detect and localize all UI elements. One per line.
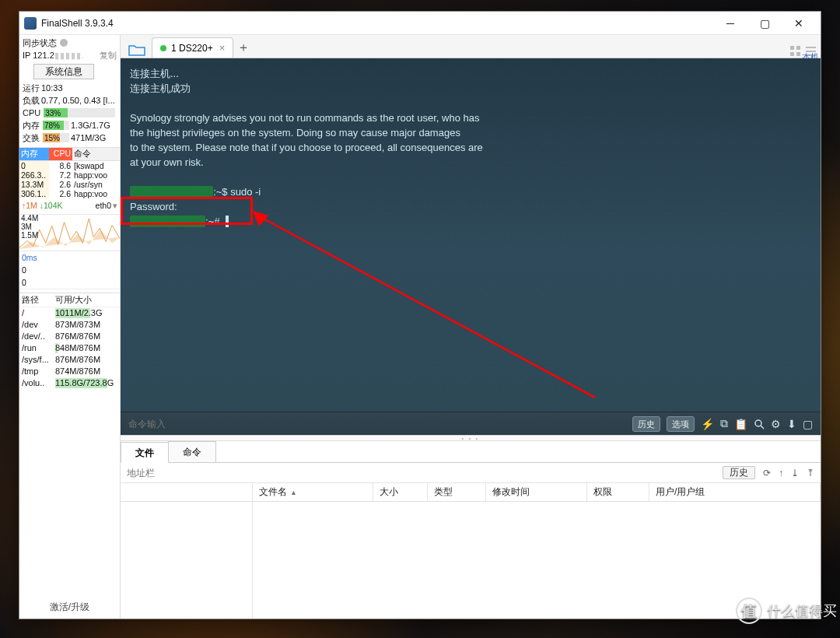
tab-session-1[interactable]: 1 DS220+ × [152, 37, 233, 58]
add-tab-button[interactable]: ＋ [233, 37, 254, 58]
swap-bar: 15% [43, 133, 69, 142]
up-dir-icon[interactable]: ↑ [779, 468, 783, 478]
sync-status: 同步状态 [23, 37, 117, 49]
fs-row[interactable]: /dev/..876M/876M [19, 331, 120, 342]
folder-icon[interactable] [127, 42, 147, 58]
svg-rect-1 [796, 46, 800, 50]
system-info-button[interactable]: 系统信息 [33, 64, 94, 79]
upload-file-icon[interactable]: ⤒ [807, 468, 814, 478]
bolt-icon[interactable]: ⚡ [701, 418, 714, 430]
copy-link[interactable]: 复制 [100, 49, 117, 61]
process-row[interactable]: 306.1..2.6happ:voo [19, 189, 120, 198]
svg-point-9 [755, 420, 761, 426]
tabbar: 1 DS220+ × ＋ [121, 35, 821, 58]
svg-line-10 [761, 426, 764, 429]
paste-icon[interactable]: 📋 [734, 418, 747, 430]
svg-rect-3 [796, 52, 800, 56]
process-row[interactable]: 266.3..7.2happ:voo [19, 170, 120, 180]
mem-row: 内存 78% 1.3G/1.7G [23, 119, 117, 131]
col-name[interactable]: 文件名▲ [253, 483, 373, 501]
annotation-arrow-icon [253, 211, 611, 412]
cpu-bar: 33% [44, 108, 115, 117]
col-type[interactable]: 类型 [428, 483, 486, 501]
col-mtime[interactable]: 修改时间 [486, 483, 587, 501]
fullscreen-icon[interactable]: ▢ [803, 418, 813, 430]
sidebar: 同步状态 IP 121.2 ▮▮▮▮▮. 复制 系统信息 运行 10:33 [19, 35, 121, 619]
gear-icon[interactable]: ⚙ [771, 418, 781, 430]
proc-col-cmd[interactable]: 命令 [72, 148, 120, 160]
file-panel: 文件 命令 历史 ⟳ ↑ ⤓ ⤒ 文件名▲ 大小 [121, 441, 821, 619]
sync-label: 同步状态 [23, 37, 57, 49]
cpu-row: CPU 33% [23, 107, 117, 119]
annotation-box [121, 197, 253, 225]
download-file-icon[interactable]: ⤓ [791, 468, 799, 478]
ip-row: IP 121.2 ▮▮▮▮▮. 复制 [23, 49, 117, 61]
file-list[interactable] [253, 502, 821, 619]
fs-col-path[interactable]: 路径 [22, 294, 55, 306]
maximize-button[interactable]: ▢ [747, 12, 782, 34]
uptime-row: 运行 10:33 [23, 82, 117, 94]
fs-col-size[interactable]: 可用/大小 [55, 294, 117, 306]
activate-link[interactable]: 激活/升级 [19, 596, 120, 619]
process-table: 内存 CPU 命令 08.6[kswapd266.3..7.2happ:voo1… [19, 147, 120, 198]
resize-grip[interactable]: • • • [121, 435, 821, 441]
fs-row[interactable]: /volu..115.8G/723.8G [19, 377, 120, 389]
col-size[interactable]: 大小 [373, 483, 428, 501]
search-icon[interactable] [754, 419, 765, 429]
col-owner[interactable]: 用户/用户组 [649, 483, 821, 501]
close-button[interactable]: ✕ [782, 12, 816, 34]
svg-rect-4 [806, 47, 816, 48]
filesystem-list: 路径 可用/大小 /1011M/2.3G/dev873M/873M/dev/..… [19, 293, 120, 389]
fs-row[interactable]: /run848M/876M [19, 342, 120, 354]
ip-masked: ▮▮▮▮▮. [54, 49, 100, 61]
status-dot-icon [160, 45, 166, 51]
terminal[interactable]: 连接主机... 连接主机成功 Synology strongly advises… [121, 58, 821, 412]
address-input[interactable] [127, 468, 715, 478]
mem-bar: 78% [43, 121, 69, 130]
process-row[interactable]: 13.3M2.6/usr/syn [19, 180, 120, 189]
svg-rect-0 [790, 46, 794, 50]
titlebar: FinalShell 3.9.3.4 ─ ▢ ✕ [19, 12, 821, 35]
copy-icon[interactable]: ⧉ [720, 417, 728, 430]
load-row: 负载 0.77, 0.50, 0.43 [I... [23, 94, 117, 107]
fs-row[interactable]: /dev873M/873M [19, 319, 120, 331]
process-row[interactable]: 08.6[kswapd [19, 161, 120, 170]
fs-row[interactable]: /1011M/2.3G [19, 307, 120, 319]
svg-rect-2 [790, 52, 794, 56]
proc-col-mem[interactable]: 内存 [19, 148, 49, 160]
main-area: 1 DS220+ × ＋ 连接主机... 连接主机成功 Synology str… [121, 35, 821, 619]
latency-row: 0ms 本机 [19, 251, 120, 264]
svg-marker-8 [253, 211, 268, 226]
fs-row[interactable]: /sys/f...876M/876M [19, 354, 120, 366]
app-icon [24, 17, 37, 30]
proc-col-cpu[interactable]: CPU [49, 148, 72, 160]
command-bar: 历史 选项 ⚡ ⧉ 📋 ⚙ ⬇ ▢ [121, 412, 821, 435]
command-input[interactable] [128, 419, 626, 429]
close-tab-icon[interactable]: × [219, 42, 226, 54]
tab-commands[interactable]: 命令 [168, 441, 216, 462]
options-button[interactable]: 选项 [667, 416, 695, 432]
addr-history-button[interactable]: 历史 [723, 466, 755, 479]
status-dot-icon [60, 39, 68, 47]
swap-row: 交换 15% 471M/3G [23, 131, 117, 144]
file-tree[interactable] [121, 502, 253, 619]
refresh-icon[interactable]: ⟳ [763, 468, 771, 478]
ip-label: IP 121.2 [23, 49, 54, 61]
fs-row[interactable]: /tmp874M/876M [19, 366, 120, 377]
sort-asc-icon: ▲ [290, 489, 297, 496]
chevron-down-icon[interactable]: ▾ [113, 199, 117, 212]
net-header: ↑1M ↓104K eth0 ▾ [19, 198, 120, 212]
minimize-button[interactable]: ─ [713, 12, 747, 34]
tab-label: 1 DS220+ [171, 43, 213, 54]
grid-view-icon[interactable] [789, 45, 802, 58]
app-window: FinalShell 3.9.3.4 ─ ▢ ✕ 同步状态 IP 121.2 ▮… [19, 11, 821, 619]
history-button[interactable]: 历史 [632, 416, 660, 432]
network-graph: 4.4M3M1.5M [19, 214, 120, 251]
tab-files[interactable]: 文件 [121, 442, 169, 463]
file-columns: 文件名▲ 大小 类型 修改时间 权限 用户/用户组 [121, 483, 821, 502]
download-icon[interactable]: ⬇ [787, 418, 796, 430]
col-perm[interactable]: 权限 [587, 483, 649, 501]
app-title: FinalShell 3.9.3.4 [41, 18, 713, 29]
svg-line-7 [261, 217, 595, 398]
